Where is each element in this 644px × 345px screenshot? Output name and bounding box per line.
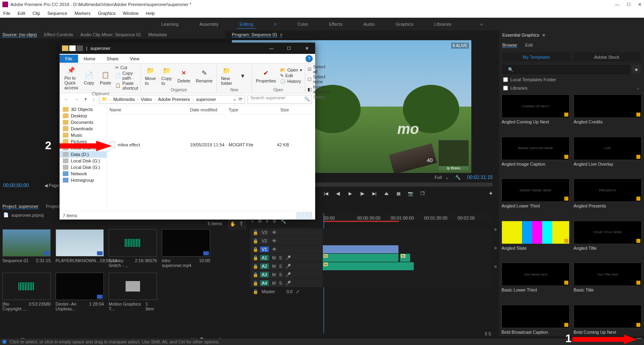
lock-icon[interactable]: 🔒: [253, 289, 258, 294]
go-to-out-button[interactable]: ▶|: [372, 191, 377, 196]
eg-template-item[interactable]: COMING UP NEXTAngled Coming Up Next: [502, 94, 570, 133]
eye-icon[interactable]: 👁: [272, 238, 277, 243]
ws-color[interactable]: Color: [295, 20, 310, 28]
lock-icon[interactable]: 🔒: [253, 238, 257, 244]
icons-view-button[interactable]: [305, 212, 312, 219]
minimize-button[interactable]: —: [615, 2, 619, 7]
lock-icon[interactable]: 🔒: [253, 247, 257, 252]
ws-editing[interactable]: Editing: [237, 20, 256, 29]
menu-bar[interactable]: File Edit Clip Sequence Markers Graphics…: [0, 9, 644, 18]
eg-favorite-button[interactable]: ★: [632, 65, 641, 74]
copy-to-button[interactable]: 📁Copy to: [160, 65, 173, 86]
tree-item[interactable]: 3D Objects: [60, 106, 107, 113]
hand-tool[interactable]: ✋: [229, 221, 236, 228]
compare-button[interactable]: ❐: [420, 191, 425, 196]
ribbon-tab-file[interactable]: File: [60, 55, 78, 63]
select-all-button[interactable]: ☑ Select all: [308, 64, 330, 74]
eg-subtab-mytemplates[interactable]: My Templates: [502, 52, 570, 62]
project-bin-grid[interactable]: Sequence 012:31:15PLAYERUNKNOWN...19;55;…: [2, 229, 223, 333]
eye-icon[interactable]: 👁: [272, 247, 277, 252]
program-tab[interactable]: Program: Sequence 01≡: [229, 31, 495, 39]
menu-window[interactable]: Window: [123, 11, 138, 16]
project-item[interactable]: [No Copyright ...3:53:23580: [2, 273, 51, 311]
menu-clip[interactable]: Clip: [33, 11, 40, 16]
eg-tab-browse[interactable]: Browse: [502, 43, 517, 48]
file-explorer-window[interactable]: | superoner — ☐ ✕ File Home Share View ?…: [60, 43, 315, 220]
lock-icon[interactable]: 🔒: [253, 255, 257, 261]
lock-icon[interactable]: 🔒: [253, 230, 257, 235]
type-tool[interactable]: T: [238, 221, 245, 228]
ribbon-tab-home[interactable]: Home: [78, 55, 101, 63]
close-button[interactable]: ✕: [638, 2, 642, 7]
copy-button[interactable]: 📄Copy: [82, 69, 96, 86]
export-frame-button[interactable]: 📷: [408, 191, 413, 196]
tab-project2[interactable]: Project:: [46, 204, 61, 209]
maximize-button[interactable]: ☐: [627, 2, 631, 7]
explorer-file-list[interactable]: Name Date modified Type Size milea effec…: [107, 105, 315, 211]
explorer-search[interactable]: Search superoner🔍: [248, 95, 312, 104]
file-row[interactable]: milea effect 19/05/2019 11:54 MOGRT File…: [107, 140, 315, 150]
menu-help[interactable]: Help: [146, 11, 155, 16]
explorer-titlebar[interactable]: | superoner — ☐ ✕: [60, 43, 315, 54]
eg-check-libraries[interactable]: Libraries⌄: [499, 84, 644, 92]
history-button[interactable]: 🕓 History: [280, 79, 302, 84]
tree-item[interactable]: Downloads: [60, 125, 107, 132]
go-to-in-button[interactable]: |◀: [323, 191, 329, 196]
menu-edit[interactable]: Edit: [18, 11, 25, 16]
tree-item[interactable]: Music: [60, 132, 107, 138]
eg-template-item[interactable]: PRESENTSAngled Presents: [574, 179, 642, 217]
eg-menu-icon[interactable]: ≡: [543, 33, 545, 37]
explorer-close[interactable]: ✕: [301, 46, 313, 51]
explorer-maximize[interactable]: ☐: [283, 46, 295, 51]
forward-button[interactable]: →: [73, 97, 80, 102]
mic-icon[interactable]: 🎤: [285, 255, 291, 261]
tab-effect-controls[interactable]: Effect Controls: [44, 32, 73, 37]
ws-assembly[interactable]: Assembly: [197, 20, 221, 28]
eg-template-item[interactable]: Angled Slate: [502, 221, 570, 259]
mic-icon[interactable]: 🎤: [285, 264, 291, 269]
tree-item[interactable]: Local Disk (G:): [60, 164, 107, 170]
lock-icon[interactable]: 🔒: [253, 264, 257, 269]
explorer-columns[interactable]: Name Date modified Type Size: [107, 105, 315, 114]
eg-search-input[interactable]: [502, 65, 630, 74]
pin-button[interactable]: 📌Pin to Quick access: [63, 64, 80, 91]
extract-button[interactable]: ▦: [396, 191, 401, 196]
address-dropdown[interactable]: ⌄: [232, 97, 237, 102]
project-item[interactable]: Dexter- An Unpleas...1:28:04: [56, 273, 104, 311]
video-clip[interactable]: [323, 245, 398, 253]
ribbon-tab-share[interactable]: Share: [101, 55, 124, 63]
timeline-ruler[interactable]: 00:0000:00:30:0000:01:00:0000:01:30:0000…: [324, 214, 491, 222]
tab-project[interactable]: Project: superoner: [2, 204, 39, 209]
ws-effects[interactable]: Effects: [326, 20, 345, 28]
tree-item[interactable]: Network: [60, 170, 107, 177]
tab-metadata[interactable]: Metadata: [149, 32, 167, 37]
open-button[interactable]: 📂 Open ▾: [280, 68, 302, 73]
eg-template-item[interactable]: LIVEAngled Live Overlay: [574, 137, 642, 175]
eg-template-item[interactable]: Angled Credits: [574, 94, 642, 133]
audio-clip[interactable]: fx: [400, 254, 410, 262]
ws-graphics[interactable]: Graphics: [393, 20, 416, 28]
tree-item[interactable]: Homegroup: [60, 177, 107, 183]
tab-source[interactable]: Source: (no clips): [2, 32, 37, 37]
paste-button[interactable]: 📋Paste: [98, 69, 113, 86]
edit-button[interactable]: ✎ Edit: [280, 73, 302, 78]
eg-subtab-adobestock[interactable]: Adobe Stock: [573, 52, 641, 62]
step-back-button[interactable]: ◀|: [335, 191, 341, 196]
ws-editing-menu[interactable]: ≡: [272, 20, 279, 28]
tree-item[interactable]: Data (D:): [60, 151, 107, 158]
refresh-button[interactable]: ⟳: [238, 97, 243, 102]
eg-tab-edit[interactable]: Edit: [525, 43, 533, 47]
select-none-button[interactable]: ☐ Select none: [308, 74, 330, 84]
tree-item[interactable]: Documents: [60, 119, 107, 125]
menu-file[interactable]: File: [3, 11, 10, 16]
lock-icon[interactable]: 🔒: [253, 272, 257, 277]
invert-selection-button[interactable]: ◧ Invert selection: [308, 84, 330, 94]
play-button[interactable]: ▶: [347, 191, 353, 196]
project-item[interactable]: Motion Graphics T...1 Item: [109, 273, 157, 311]
paste-shortcut-button[interactable]: 📋 Paste shortcut: [115, 81, 138, 90]
properties-button[interactable]: ✔Properties: [254, 67, 278, 84]
audio-clip[interactable]: fx: [323, 254, 398, 262]
ws-learning[interactable]: Learning: [159, 20, 181, 28]
ws-overflow-icon[interactable]: »: [478, 20, 485, 28]
timeline-tracks[interactable]: 🔒V3👁 🔒V2👁 🔒V1👁 🔒A1MS🎤fxfx 🔒A2MS🎤fx 🔒A3MS…: [250, 228, 491, 333]
